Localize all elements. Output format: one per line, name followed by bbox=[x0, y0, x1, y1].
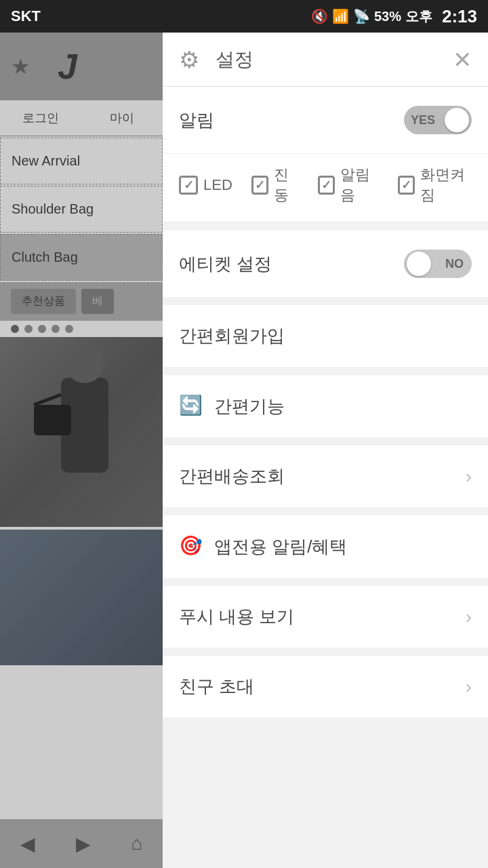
bg-nav: 로그인 마이 bbox=[0, 100, 163, 136]
background-app: ★ J 로그인 마이 New Arrvial Shoulder Bag Clut… bbox=[0, 33, 163, 868]
bg-tab-recommended: 추천상품 bbox=[11, 289, 76, 314]
bg-menu-shoulder-bag: Shoulder Bag bbox=[0, 186, 163, 233]
bg-dot-2 bbox=[24, 325, 33, 333]
etiquette-toggle-text: NO bbox=[445, 257, 464, 271]
feature-header-row: 🔄 간편기능 bbox=[163, 375, 488, 437]
friend-section: 친구 초대 › bbox=[163, 656, 488, 717]
bg-tabs: 추천상품 베 bbox=[0, 282, 163, 321]
checkbox-vibrate: 진동 bbox=[251, 165, 299, 205]
alert-toggle[interactable]: YES bbox=[404, 106, 472, 134]
app-notification-row: 🎯 앱전용 알림/혜택 bbox=[163, 515, 488, 578]
checkbox-led: LED bbox=[179, 165, 232, 205]
bg-product-image bbox=[0, 337, 163, 527]
etiquette-label: 에티켓 설정 bbox=[179, 252, 272, 276]
app-notification-label: 앱전용 알림/혜택 bbox=[214, 535, 347, 559]
bg-nav-home[interactable]: ⌂ bbox=[131, 833, 142, 854]
status-bar: SKT 🔇 📶 📡 53% 오후 2:13 bbox=[0, 0, 488, 33]
refresh-icon: 🔄 bbox=[179, 394, 203, 418]
delivery-label: 간편배송조회 bbox=[179, 465, 285, 488]
delivery-arrow-icon: › bbox=[466, 466, 472, 488]
bg-menu-clutch-bag: Clutch Bag bbox=[0, 234, 163, 281]
friend-label: 친구 초대 bbox=[179, 675, 254, 698]
time-period: 오후 bbox=[405, 7, 432, 26]
bg-logo: J bbox=[58, 46, 77, 87]
settings-header: ⚙ 설정 ✕ bbox=[163, 33, 488, 87]
close-button[interactable]: ✕ bbox=[453, 48, 472, 71]
bg-mypage: 마이 bbox=[81, 100, 163, 136]
push-section: 푸시 내용 보기 › bbox=[163, 586, 488, 648]
signal-icon: 📡 bbox=[353, 8, 370, 24]
bg-product: *제이드백 추천•[천연소가죽] 노딕스 토트백&크로스백[5컬러] 160,0… bbox=[0, 337, 163, 527]
carrier-label: SKT bbox=[11, 7, 41, 25]
vibrate-label: 진동 bbox=[274, 165, 300, 205]
feature-title-wrap: 🔄 간편기능 bbox=[179, 394, 285, 418]
alert-row: 알림 YES bbox=[163, 87, 488, 154]
bg-login: 로그인 bbox=[0, 100, 81, 136]
alert-toggle-text: YES bbox=[404, 113, 435, 127]
bg-menu-new-arrvial: New Arrvial bbox=[0, 138, 163, 184]
etiquette-toggle[interactable]: NO bbox=[404, 250, 472, 278]
mute-icon: 🔇 bbox=[311, 8, 328, 24]
push-row[interactable]: 푸시 내용 보기 › bbox=[163, 586, 488, 648]
vibrate-checkbox-icon[interactable] bbox=[251, 176, 268, 195]
push-arrow-icon: › bbox=[466, 606, 472, 628]
membership-row[interactable]: 간편회원가입 bbox=[163, 305, 488, 367]
settings-panel: ⚙ 설정 ✕ 알림 YES LED 진동 bbox=[163, 33, 488, 868]
bg-star-icon: ★ bbox=[11, 54, 30, 79]
bg-carousel-dots bbox=[0, 321, 163, 337]
app-notification-title-wrap: 🎯 앱전용 알림/혜택 bbox=[179, 534, 347, 559]
etiquette-toggle-knob bbox=[407, 252, 431, 276]
push-label: 푸시 내용 보기 bbox=[179, 605, 294, 629]
bg-tab-other: 베 bbox=[81, 289, 114, 314]
wifi-icon: 📶 bbox=[332, 8, 349, 24]
alert-label: 알림 bbox=[179, 108, 214, 132]
delivery-row[interactable]: 간편배송조회 › bbox=[163, 446, 488, 507]
sound-checkbox-icon[interactable] bbox=[318, 176, 335, 195]
membership-section: 간편회원가입 bbox=[163, 305, 488, 367]
settings-title: 설정 bbox=[216, 47, 253, 73]
etiquette-section: 에티켓 설정 NO bbox=[163, 231, 488, 297]
svg-point-1 bbox=[66, 345, 104, 383]
alert-section: 알림 YES LED 진동 알림음 bbox=[163, 87, 488, 222]
led-checkbox-icon[interactable] bbox=[179, 176, 198, 195]
bg-product2 bbox=[0, 530, 163, 665]
app-notification-section: 🎯 앱전용 알림/혜택 bbox=[163, 515, 488, 578]
checkbox-sound: 알림음 bbox=[318, 165, 379, 205]
settings-content: 알림 YES LED 진동 알림음 bbox=[163, 87, 488, 868]
feature-label: 간편기능 bbox=[214, 395, 285, 418]
time-label: 2:13 bbox=[442, 6, 477, 27]
screen-label: 화면켜짐 bbox=[420, 165, 472, 205]
friend-row[interactable]: 친구 초대 › bbox=[163, 656, 488, 717]
led-label: LED bbox=[203, 176, 232, 194]
bg-header: ★ J bbox=[0, 33, 163, 100]
sound-label: 알림음 bbox=[340, 165, 379, 205]
gear-icon: ⚙ bbox=[179, 46, 206, 73]
bg-dot-3 bbox=[38, 325, 46, 333]
bg-dot-4 bbox=[52, 325, 60, 333]
membership-label: 간편회원가입 bbox=[179, 324, 285, 348]
bg-nav-back[interactable]: ◀ bbox=[20, 833, 35, 855]
bg-product-svg bbox=[20, 337, 142, 513]
alert-checkboxes: LED 진동 알림음 화면켜짐 bbox=[163, 154, 488, 222]
bg-dot-5 bbox=[65, 325, 73, 333]
settings-title-wrap: ⚙ 설정 bbox=[179, 46, 253, 73]
friend-arrow-icon: › bbox=[466, 676, 472, 698]
battery-label: 53% bbox=[374, 9, 401, 24]
etiquette-row: 에티켓 설정 NO bbox=[163, 231, 488, 297]
feature-section: 🔄 간편기능 bbox=[163, 375, 488, 437]
bg-nav-forward[interactable]: ▶ bbox=[76, 833, 91, 855]
bg-dot-1 bbox=[11, 325, 19, 333]
bg-bottom-nav: ◀ ▶ ⌂ bbox=[0, 819, 163, 868]
screen-checkbox-icon[interactable] bbox=[398, 176, 415, 195]
alert-toggle-knob bbox=[445, 108, 469, 132]
svg-line-3 bbox=[34, 395, 61, 405]
checkbox-screen: 화면켜짐 bbox=[398, 165, 472, 205]
compass-icon: 🎯 bbox=[179, 534, 203, 559]
delivery-section: 간편배송조회 › bbox=[163, 446, 488, 507]
status-right: 🔇 📶 📡 53% 오후 2:13 bbox=[311, 6, 477, 27]
svg-rect-2 bbox=[34, 405, 71, 435]
